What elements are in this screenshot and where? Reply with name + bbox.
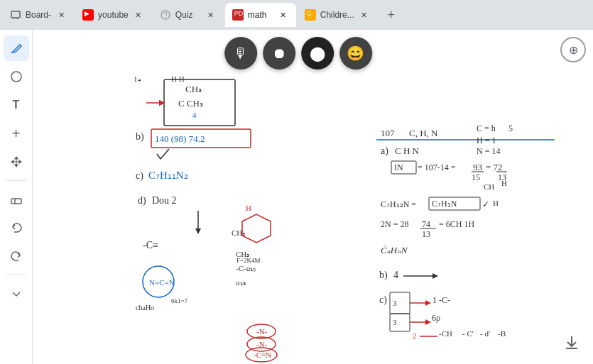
more-options-button[interactable] xyxy=(4,281,29,307)
svg-text:C = h: C = h xyxy=(477,123,496,133)
svg-text:4: 4 xyxy=(393,270,398,280)
svg-text:C  H  N: C H N xyxy=(395,145,420,156)
svg-text:C   CH₃: C CH₃ xyxy=(178,98,203,109)
tab-youtube-label: youtube xyxy=(98,10,129,20)
main-area: T + xyxy=(0,30,593,364)
svg-marker-79 xyxy=(425,300,431,306)
svg-text:-C-u₁₅: -C-u₁₅ xyxy=(236,264,256,272)
tab-children-label: Childre... xyxy=(320,10,354,20)
redo-button[interactable] xyxy=(4,243,29,269)
svg-text:= 107-14 =: = 107-14 = xyxy=(418,162,456,172)
svg-text:chaHo: chaHo xyxy=(136,304,154,311)
tab-quiz-label: Quiz xyxy=(175,10,201,20)
move-tool-button[interactable] xyxy=(4,149,29,175)
svg-text:C₇H₁₁N₂: C₇H₁₁N₂ xyxy=(148,170,188,181)
svg-text:CH: CH xyxy=(484,182,494,191)
overlay-toolbar: 🎙 ⏺ ⬤ 😄 xyxy=(224,37,372,70)
svg-text:-CH: -CH xyxy=(439,329,452,338)
svg-text:H    H: H H xyxy=(171,75,185,83)
math-icon: PDF xyxy=(232,9,244,21)
svg-text:c): c) xyxy=(136,170,143,182)
svg-text:-N-: -N- xyxy=(256,340,268,348)
tab-bar: Board- ✕ ▶ youtube ✕ ? Quiz ✕ PDF math ✕… xyxy=(0,0,593,30)
svg-marker-25 xyxy=(195,228,201,234)
svg-point-6 xyxy=(11,72,21,82)
svg-text:2: 2 xyxy=(413,331,417,340)
svg-text:5: 5 xyxy=(508,123,513,133)
new-tab-button[interactable]: + xyxy=(381,5,401,25)
svg-text:74: 74 xyxy=(422,219,430,229)
eraser-tool-button[interactable] xyxy=(4,187,29,212)
mic-button[interactable]: 🎙 xyxy=(224,37,257,70)
svg-text:b): b) xyxy=(136,131,144,143)
svg-marker-74 xyxy=(432,273,438,279)
svg-line-5 xyxy=(18,45,20,46)
pen-tool-button[interactable] xyxy=(4,35,29,61)
svg-text:N=C=N: N=C=N xyxy=(149,278,175,287)
svg-text:1 -C-: 1 -C- xyxy=(432,295,450,305)
svg-text:2N = 28: 2N = 28 xyxy=(381,219,408,229)
emoji-button[interactable]: 😄 xyxy=(339,37,372,70)
svg-text:H: H xyxy=(501,179,507,187)
svg-text:CH₃: CH₃ xyxy=(185,84,202,94)
svg-marker-94 xyxy=(242,214,271,243)
toolbar-separator-1 xyxy=(6,180,27,181)
svg-text:= 7: = 7 xyxy=(486,162,499,172)
svg-text:-C≡N: -C≡N xyxy=(254,351,271,359)
left-toolbar: T + xyxy=(0,30,33,364)
svg-text:6ρ: 6ρ xyxy=(432,313,440,323)
svg-rect-7 xyxy=(11,199,21,204)
svg-text:C₇H₁N: C₇H₁N xyxy=(432,199,457,209)
tab-math[interactable]: PDF math ✕ xyxy=(225,3,296,27)
svg-text:1₄: 1₄ xyxy=(134,75,141,83)
quiz-icon: ? xyxy=(160,9,171,21)
circle-button[interactable]: ⬤ xyxy=(301,37,334,70)
svg-text:-C≡: -C≡ xyxy=(143,240,158,250)
youtube-icon: ▶ xyxy=(82,9,94,21)
svg-line-1 xyxy=(13,18,14,19)
tab-board-close[interactable]: ✕ xyxy=(55,9,67,21)
svg-text:C, H, N: C, H, N xyxy=(409,128,438,138)
tab-math-close[interactable]: ✕ xyxy=(278,9,289,21)
video-button[interactable]: ⏺ xyxy=(263,37,295,70)
svg-text:c): c) xyxy=(379,294,387,306)
svg-text:- d': - d' xyxy=(480,329,490,338)
tab-board[interactable]: Board- ✕ xyxy=(3,3,74,27)
toolbar-separator-2 xyxy=(6,275,27,275)
svg-text:IN: IN xyxy=(394,162,403,172)
tab-youtube[interactable]: ▶ youtube ✕ xyxy=(75,3,151,27)
svg-text:C₇H₁₂N =: C₇H₁₂N = xyxy=(381,199,416,209)
svg-text:✓: ✓ xyxy=(482,199,489,209)
svg-text:u₁₃: u₁₃ xyxy=(236,278,246,287)
add-tool-button[interactable]: + xyxy=(4,121,29,146)
svg-text:H: H xyxy=(246,204,251,212)
tab-youtube-close[interactable]: ✕ xyxy=(133,9,144,21)
tab-children-close[interactable]: ✕ xyxy=(359,9,370,21)
svg-text:a): a) xyxy=(381,145,388,157)
svg-text:4: 4 xyxy=(192,111,197,119)
svg-text:3: 3 xyxy=(393,299,397,307)
svg-text:2: 2 xyxy=(498,162,503,172)
svg-text:107: 107 xyxy=(381,128,395,138)
svg-text:3: 3 xyxy=(393,318,397,326)
circle-tool-button[interactable] xyxy=(4,64,29,89)
svg-text:15: 15 xyxy=(472,172,480,182)
svg-text:H = 1: H = 1 xyxy=(477,136,496,145)
children-icon: G xyxy=(305,9,316,21)
undo-button[interactable] xyxy=(4,215,29,241)
whiteboard-content: CH₃ C CH₃ 4 1₄ H H b) 140 (98) 74.2 c) C… xyxy=(33,30,593,364)
svg-marker-84 xyxy=(425,319,431,325)
tab-quiz-close[interactable]: ✕ xyxy=(205,9,217,21)
svg-text:Dou  2: Dou 2 xyxy=(152,195,177,206)
svg-text:ĊₐHₙN: ĊₐHₙN xyxy=(381,245,408,255)
tab-math-label: math xyxy=(248,10,273,20)
tab-quiz[interactable]: ? Quiz ✕ xyxy=(153,3,224,27)
svg-text:6k1=7: 6k1=7 xyxy=(171,297,188,304)
canvas-area[interactable]: 🎙 ⏺ ⬤ 😄 ⊕ CH₃ C CH₃ 4 xyxy=(33,30,593,364)
tab-children[interactable]: G Childre... ✕ xyxy=(298,3,377,27)
svg-text:140  (98)  74.2: 140 (98) 74.2 xyxy=(155,133,205,144)
text-tool-button[interactable]: T xyxy=(4,92,29,118)
board-icon xyxy=(10,9,21,21)
svg-text:?: ? xyxy=(163,11,168,19)
svg-text:- C': - C' xyxy=(462,329,474,338)
